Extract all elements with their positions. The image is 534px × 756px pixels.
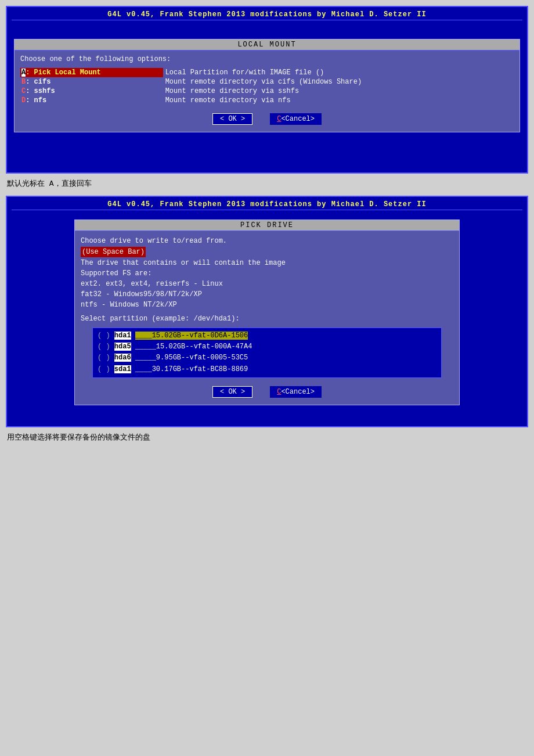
option-c[interactable]: C: sshfs Mount remote directory via sshf… xyxy=(20,87,514,96)
option-b-desc: Mount remote directory via cifs (Windows… xyxy=(163,77,514,87)
cancel-button-2[interactable]: C<Cancel> xyxy=(270,386,322,398)
option-a[interactable]: A: Pick Local Mount Local Partition for/… xyxy=(20,68,514,77)
dialog-title-2: PICK DRIVE xyxy=(75,220,459,231)
option-d-key: D: nfs xyxy=(20,96,163,105)
option-c-key: C: sshfs xyxy=(20,87,163,96)
terminal-window-1: G4L v0.45, Frank Stephen 2013 modificati… xyxy=(6,6,528,174)
use-space-bar-label: (Use Space Bar) xyxy=(81,247,146,257)
options-table: A: Pick Local Mount Local Partition for/… xyxy=(20,68,514,105)
option-a-desc: Local Partition for/with IMAGE file () xyxy=(163,68,514,77)
ok-button-2[interactable]: < OK > xyxy=(212,386,252,398)
option-d-desc: Mount remote directory via nfs xyxy=(163,96,514,105)
title-bar-1: G4L v0.45, Frank Stephen 2013 modificati… xyxy=(9,9,525,21)
cancel-button-1[interactable]: C<Cancel> xyxy=(270,113,322,125)
partition-hda6[interactable]: ( ) hda6 _____9.95GB--vfat-0005-53C5 xyxy=(98,352,436,363)
dialog-prompt-1: Choose one of the following options: xyxy=(20,55,514,63)
title-text-2: G4L v0.45, Frank Stephen 2013 modificati… xyxy=(107,200,426,208)
partition-hda5[interactable]: ( ) hda5 _____15.02GB--vfat-000A-47A4 xyxy=(98,341,436,352)
partition-hda1[interactable]: ( ) hda1 ____15.02GB--vfat-0D6A-1506 xyxy=(98,330,436,341)
option-d[interactable]: D: nfs Mount remote directory via nfs xyxy=(20,96,514,105)
terminal-window-2: G4L v0.45, Frank Stephen 2013 modificati… xyxy=(6,196,528,427)
dialog-pick-drive: PICK DRIVE Choose drive to write to/read… xyxy=(74,219,460,405)
comment-2: 用空格键选择将要保存备份的镜像文件的盘 xyxy=(7,432,527,442)
dialog-local-mount: LOCAL MOUNT Choose one of the following … xyxy=(14,39,520,132)
comment-1: 默认光标在 A，直接回车 xyxy=(7,178,527,189)
title-bar-2: G4L v0.45, Frank Stephen 2013 modificati… xyxy=(9,199,525,211)
partition-list: ( ) hda1 ____15.02GB--vfat-0D6A-1506 ( )… xyxy=(92,327,442,378)
button-row-2: < OK > C<Cancel> xyxy=(81,384,453,400)
option-c-desc: Mount remote directory via sshfs xyxy=(163,87,514,96)
option-a-key: A: Pick Local Mount xyxy=(20,68,163,77)
ok-button-1[interactable]: < OK > xyxy=(212,113,252,125)
button-row-1: < OK > C<Cancel> xyxy=(20,111,514,127)
option-b-key: B: cifs xyxy=(20,77,163,87)
title-text-1: G4L v0.45, Frank Stephen 2013 modificati… xyxy=(107,10,426,19)
option-b[interactable]: B: cifs Mount remote directory via cifs … xyxy=(20,77,514,87)
partition-sda1[interactable]: ( ) sda1 ____30.17GB--vfat-BC8B-8869 xyxy=(98,364,436,375)
pick-drive-content: Choose drive to write to/read from. (Use… xyxy=(81,236,453,324)
dialog-title-1: LOCAL MOUNT xyxy=(15,39,519,51)
